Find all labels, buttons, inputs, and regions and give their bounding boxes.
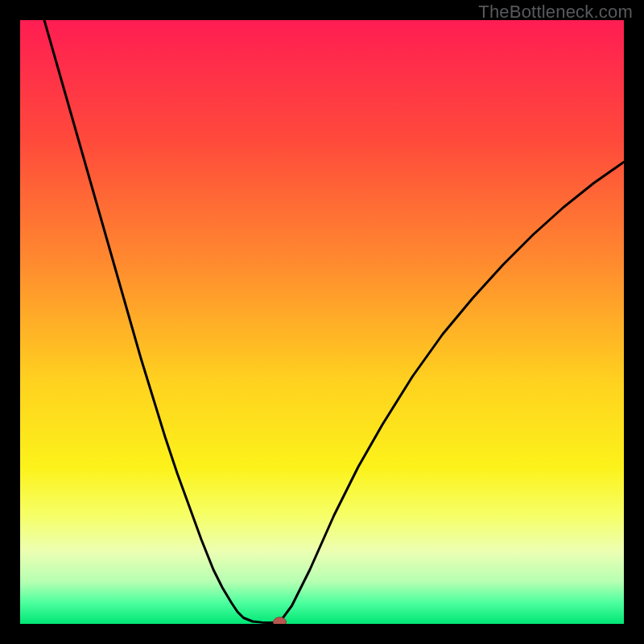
chart-frame: TheBottleneck.com: [0, 0, 644, 644]
bottleneck-chart: [20, 20, 624, 624]
plot-area: [20, 20, 624, 624]
minimum-marker: [274, 617, 287, 624]
gradient-background: [20, 20, 624, 624]
